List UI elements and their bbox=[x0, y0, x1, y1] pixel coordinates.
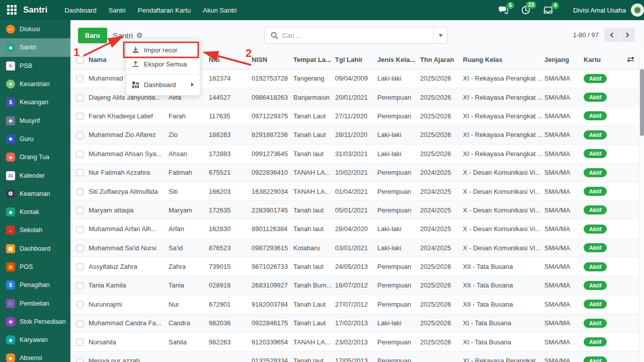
activities-clock-icon[interactable]: 23 bbox=[521, 6, 530, 15]
optional-columns-cell[interactable] bbox=[624, 50, 639, 69]
menu-item-dashboard[interactable]: Dashboard bbox=[126, 78, 200, 92]
row-checkbox[interactable] bbox=[76, 339, 84, 346]
row-checkbox-cell[interactable] bbox=[70, 69, 89, 88]
table-row[interactable]: Muhammad Zio AlfarezZio1882638291887236T… bbox=[70, 125, 639, 144]
sidebar-item-diskusi[interactable]: ⋯Diskusi bbox=[0, 20, 70, 38]
table-row[interactable]: Muhammad Ahsan Sya...Ahsan17288309912736… bbox=[70, 144, 639, 163]
gear-icon[interactable]: ⚙ bbox=[136, 31, 143, 39]
search-input[interactable] bbox=[282, 32, 433, 39]
column-header-tgl-lahir[interactable]: Tgl Lahir bbox=[335, 50, 377, 69]
top-menu-pendaftaran-kartu[interactable]: Pendaftaran Kartu bbox=[132, 0, 197, 20]
app-title[interactable]: Santri bbox=[23, 5, 47, 15]
row-checkbox[interactable] bbox=[76, 132, 84, 139]
row-checkbox[interactable] bbox=[76, 226, 84, 233]
sidebar-item-penagihan[interactable]: $Penagihan bbox=[0, 276, 70, 294]
sidebar-item-musyrif[interactable]: ☻Musyrif bbox=[0, 111, 70, 129]
top-menu-santri[interactable]: Santri bbox=[103, 0, 132, 20]
row-checkbox-cell[interactable] bbox=[70, 295, 89, 314]
avatar[interactable] bbox=[631, 4, 644, 17]
row-checkbox-cell[interactable] bbox=[70, 239, 89, 257]
vertical-scrollbar[interactable] bbox=[639, 50, 644, 362]
sidebar-item-santri[interactable]: ☻Santri bbox=[0, 38, 70, 56]
row-checkbox-cell[interactable] bbox=[70, 332, 89, 351]
row-checkbox-cell[interactable] bbox=[70, 220, 89, 238]
sidebar-item-orang-tua[interactable]: ☻Orang Tua bbox=[0, 148, 70, 166]
sidebar-item-kalender[interactable]: 31Kalender bbox=[0, 166, 70, 184]
row-checkbox[interactable] bbox=[76, 169, 84, 176]
sidebar-item-dashboard[interactable]: ▦Dashboard bbox=[0, 240, 70, 258]
row-checkbox[interactable] bbox=[76, 320, 84, 327]
sidebar-item-psb[interactable]: ≡PSB bbox=[0, 57, 70, 75]
row-checkbox[interactable] bbox=[76, 245, 84, 252]
row-checkbox-cell[interactable] bbox=[70, 351, 89, 362]
row-checkbox-cell[interactable] bbox=[70, 125, 89, 144]
row-checkbox-cell[interactable] bbox=[70, 163, 89, 182]
table-row[interactable]: Meisya nur azzah0132529334Tanah laut17/0… bbox=[70, 351, 639, 362]
sidebar-item-pembelian[interactable]: ☰Pembelian bbox=[0, 294, 70, 312]
table-row[interactable]: Muhammad Candra Fa...Candra9820360922846… bbox=[70, 314, 639, 332]
table-row[interactable]: Muhammad Arfan Alh...Arfan16283089011263… bbox=[70, 220, 639, 238]
sidebar-item-karyawan[interactable]: ☻Karyawan bbox=[0, 331, 70, 349]
column-header-thn-ajaran[interactable]: Thn Ajaran bbox=[420, 50, 463, 69]
column-header-tempat-lahir[interactable]: Tempat La... bbox=[293, 50, 335, 69]
sidebar-item-sekolah[interactable]: ⌂Sekolah bbox=[0, 221, 70, 239]
table-row[interactable]: Maryam attaqiaMaryam1726352283901745Tana… bbox=[70, 201, 639, 220]
row-checkbox[interactable] bbox=[76, 207, 84, 214]
breadcrumb[interactable]: Santri bbox=[113, 31, 133, 40]
table-row[interactable]: Farah Khadeeja LatiefFarah11763509712293… bbox=[70, 107, 639, 125]
row-checkbox-cell[interactable] bbox=[70, 257, 89, 276]
table-row[interactable]: Siti Zuffaezya AllmuflidaSiti16620316382… bbox=[70, 182, 639, 200]
messages-icon[interactable]: 5 bbox=[499, 6, 508, 15]
table-row[interactable]: NurunnajmiNur6729019182003784Tanah Laut2… bbox=[70, 295, 639, 314]
menu-item-impor-recor[interactable]: Impor recor bbox=[126, 43, 200, 57]
table-row[interactable]: Tania KamilaTania0289162683109927Tanah B… bbox=[70, 276, 639, 295]
sidebar-item-stok-persediaan[interactable]: ◆Stok Persediaan bbox=[0, 313, 70, 331]
table-row[interactable]: Muhammad Sa'id NursiSa'id876523098729361… bbox=[70, 239, 639, 257]
sidebar-item-absensi[interactable]: ☻Absensi bbox=[0, 349, 70, 362]
row-checkbox-cell[interactable] bbox=[70, 314, 89, 332]
row-checkbox[interactable] bbox=[76, 301, 84, 308]
row-checkbox[interactable] bbox=[76, 151, 84, 158]
table-row[interactable]: Assyifatuz ZahraZahra7390159871026733Tan… bbox=[70, 257, 639, 276]
column-header-nisn[interactable]: NISN bbox=[252, 50, 293, 69]
column-header-ruang-kelas[interactable]: Ruang Kelas bbox=[463, 50, 544, 69]
scrollbar-thumb[interactable] bbox=[640, 69, 644, 136]
row-checkbox-cell[interactable] bbox=[70, 144, 89, 163]
column-header-nis[interactable]: NIS bbox=[209, 50, 252, 69]
row-checkbox-cell[interactable] bbox=[70, 201, 89, 220]
adjust-columns-icon[interactable] bbox=[624, 56, 637, 62]
row-checkbox-cell[interactable] bbox=[70, 107, 89, 125]
top-menu-akun-santri[interactable]: Akun Santri bbox=[197, 0, 243, 20]
user-menu[interactable]: Divisi Amal Usaha bbox=[573, 7, 626, 14]
pager-next-button[interactable] bbox=[620, 28, 635, 42]
row-checkbox-cell[interactable] bbox=[70, 276, 89, 295]
row-checkbox-cell[interactable] bbox=[70, 182, 89, 200]
table-row[interactable]: Nur Fatimah AzzahraFatimah67552109228364… bbox=[70, 163, 639, 182]
column-header-jenjang[interactable]: Jenjang bbox=[544, 50, 584, 69]
row-checkbox-cell[interactable] bbox=[70, 88, 89, 106]
apps-grid-icon[interactable] bbox=[7, 5, 17, 15]
sidebar-item-keamanan[interactable]: ✪Keamanan bbox=[0, 185, 70, 203]
row-checkbox[interactable] bbox=[76, 75, 84, 82]
select-all-checkbox[interactable] bbox=[76, 56, 84, 63]
table-row[interactable]: NorsahilaSahila9822639120339654TANAH LA.… bbox=[70, 332, 639, 351]
column-header-kartu[interactable]: Kartu bbox=[584, 50, 624, 69]
row-checkbox[interactable] bbox=[76, 263, 84, 270]
column-header-jenis-kelamin[interactable]: Jenis Kela... bbox=[377, 50, 420, 69]
sidebar-item-kontak[interactable]: ☻Kontak bbox=[0, 203, 70, 221]
row-checkbox[interactable] bbox=[76, 94, 84, 101]
row-checkbox[interactable] bbox=[76, 113, 84, 120]
sidebar-item-keuangan[interactable]: $Keuangan bbox=[0, 93, 70, 111]
sidebar-item-pos[interactable]: ⊞POS bbox=[0, 258, 70, 276]
new-record-button[interactable]: Baru bbox=[78, 28, 107, 43]
search-filters-toggle[interactable] bbox=[433, 27, 447, 43]
sidebar-item-guru[interactable]: ☻Guru bbox=[0, 130, 70, 148]
sidebar-item-kesantrian[interactable]: ✦Kesantrian bbox=[0, 75, 70, 93]
row-checkbox[interactable] bbox=[76, 282, 84, 289]
row-checkbox[interactable] bbox=[76, 358, 84, 362]
top-menu-dashboard[interactable]: Dashboard bbox=[58, 0, 103, 20]
menu-item-ekspor-semua[interactable]: Ekspor Semua bbox=[126, 57, 200, 71]
select-all-checkbox-cell[interactable] bbox=[70, 50, 89, 69]
row-checkbox[interactable] bbox=[76, 188, 84, 195]
pager-previous-button[interactable] bbox=[604, 28, 619, 42]
